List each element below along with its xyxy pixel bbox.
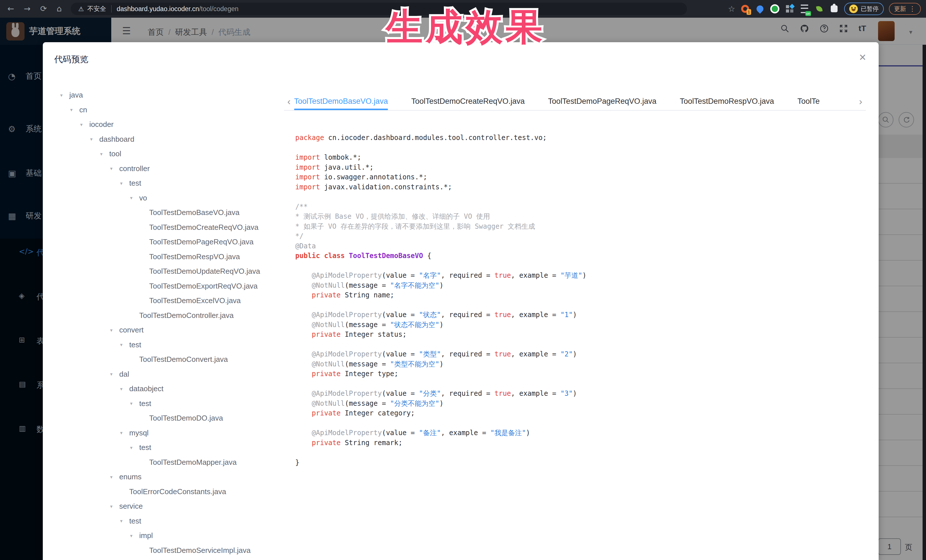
bookmark-star-icon[interactable]: ☆ <box>728 4 735 14</box>
tree-file[interactable]: ▾ToolTestDemoCreateReqVO.java <box>56 220 284 235</box>
close-icon[interactable]: × <box>859 51 866 63</box>
code-line: @Data <box>295 241 587 251</box>
tree-file[interactable]: ▾ToolTestDemoPageReqVO.java <box>56 235 284 249</box>
extension-grid-icon[interactable] <box>785 4 794 14</box>
tree-folder[interactable]: ▾enums <box>56 469 284 485</box>
modal-title: 代码预览 <box>54 54 88 65</box>
tree-file[interactable]: ▾ToolTestDemoConvert.java <box>56 352 284 367</box>
code-line: @ApiModelProperty(value = "名字", required… <box>295 270 587 281</box>
tree-folder[interactable]: ▾controller <box>56 162 284 176</box>
tree-folder[interactable]: ▾iocoder <box>56 117 284 132</box>
url-divider <box>111 5 112 12</box>
tree-folder[interactable]: ▾java <box>56 88 284 103</box>
tree-node-label: mysql <box>129 429 148 438</box>
tree-folder[interactable]: ▾test <box>56 396 284 411</box>
tree-node-label: impl <box>139 531 153 540</box>
tree-node-label: test <box>129 179 141 188</box>
tree-file[interactable]: ▾ToolTestDemoBaseVO.java <box>56 205 284 220</box>
tree-file[interactable]: ▾ToolErrorCodeConstants.java <box>56 485 284 499</box>
tree-folder[interactable]: ▾tool <box>56 146 284 162</box>
tree-folder[interactable]: ▾test <box>56 176 284 191</box>
tree-node-label: ToolTestDemoDO.java <box>149 414 223 423</box>
code-line: import javax.validation.constraints.*; <box>295 182 587 192</box>
tab-file[interactable]: ToolTestDemoRespVO.java <box>680 92 774 110</box>
tree-folder[interactable]: ▾dataobject <box>56 382 284 396</box>
tree-folder[interactable]: ▾dal <box>56 367 284 382</box>
tree-file[interactable]: ▾ToolTestDemoServiceImpl.java <box>56 543 284 558</box>
code-line <box>295 143 587 153</box>
extension-orange-icon[interactable]: 1 <box>740 4 750 14</box>
drop-icon <box>755 4 765 14</box>
tabs-next-icon[interactable]: › <box>856 96 866 107</box>
tabs-prev-icon[interactable]: ‹ <box>284 96 294 107</box>
code-preview-modal: 代码预览 × ▾java▾cn▾iocoder▾dashboard▾tool▾c… <box>43 42 879 560</box>
caret-down-icon: ▾ <box>120 518 127 524</box>
extension-green-icon[interactable] <box>770 4 780 14</box>
code-line: @NotNull(message = "类型不能为空") <box>295 359 587 369</box>
code-line: @NotNull(message = "分类不能为空") <box>295 398 587 409</box>
caret-down-icon: ▾ <box>100 151 107 157</box>
tree-folder[interactable]: ▾cn <box>56 103 284 118</box>
code-line: } <box>295 457 587 468</box>
tree-folder[interactable]: ▾dashboard <box>56 132 284 147</box>
tree-file[interactable]: ▾ToolTestDemoExportReqVO.java <box>56 279 284 294</box>
code-line: @ApiModelProperty(value = "类型", required… <box>295 349 587 359</box>
tree-node-label: test <box>139 443 151 452</box>
tree-node-label: dashboard <box>99 135 135 144</box>
tree-node-label: test <box>129 517 141 525</box>
tree-node-label: ToolTestDemoExcelVO.java <box>149 296 241 305</box>
caret-down-icon: ▾ <box>70 107 77 113</box>
caret-down-icon: ▾ <box>60 92 68 98</box>
tree-node-label: ToolTestDemoConvert.java <box>139 355 228 364</box>
tab-file[interactable]: ToolTestDemoCreateReqVO.java <box>412 92 525 110</box>
url-host: dashboard.yudao.iocoder.cn <box>117 5 199 13</box>
tree-folder[interactable]: ▾impl <box>56 528 284 543</box>
tree-folder[interactable]: ▾mysql <box>56 426 284 441</box>
tree-folder[interactable]: ▾test <box>56 440 284 455</box>
tree-folder[interactable]: ▾test <box>56 338 284 352</box>
paused-pill[interactable]: 已暂停 <box>844 3 884 15</box>
tree-node-label: iocoder <box>89 120 113 129</box>
tab-file[interactable]: ToolTestDemoPageReqVO.java <box>548 92 657 110</box>
extension-sprout-icon[interactable] <box>814 4 824 14</box>
extension-list-icon[interactable]: on <box>800 4 809 14</box>
forward-icon[interactable]: → <box>24 0 30 18</box>
address-bar[interactable]: ⚠ 不安全 dashboard.yudao.iocoder.cn /tool/c… <box>71 3 687 15</box>
tab-file[interactable]: ToolTestDemoBaseVO.java <box>294 92 388 110</box>
tree-folder[interactable]: ▾convert <box>56 323 284 338</box>
security-label[interactable]: 不安全 <box>87 5 106 13</box>
tree-node-label: ToolTestDemoExportReqVO.java <box>149 282 257 291</box>
caret-down-icon: ▾ <box>120 430 127 436</box>
code-line: private Integer status; <box>295 330 587 340</box>
tree-folder[interactable]: ▾vo <box>56 191 284 205</box>
code-line: @NotNull(message = "状态不能为空") <box>295 320 587 330</box>
update-button[interactable]: 更新 ⋮ <box>889 3 921 15</box>
code-line: package cn.iocoder.dashboard.modules.too… <box>295 133 587 143</box>
tree-file[interactable]: ▾ToolTestDemoDO.java <box>56 411 284 426</box>
tree-folder[interactable]: ▾test <box>56 514 284 528</box>
code-line: /** <box>295 202 587 212</box>
reload-icon[interactable]: ⟳ <box>40 0 47 18</box>
code-line: @NotNull(message = "名字不能为空") <box>295 281 587 291</box>
extensions-puzzle-icon[interactable] <box>829 4 839 14</box>
caret-down-icon: ▾ <box>110 504 118 509</box>
caret-down-icon: ▾ <box>90 136 98 142</box>
code-line: * 如果子 VO 存在差异的字段，请不要添加到这里，影响 Swagger 文档生… <box>295 222 587 231</box>
tree-file[interactable]: ▾ToolTestDemoController.java <box>56 308 284 323</box>
tree-file[interactable]: ▾ToolTestDemoRespVO.java <box>56 249 284 264</box>
tree-file[interactable]: ▾ToolTestDemoExcelVO.java <box>56 293 284 308</box>
back-icon[interactable]: ← <box>8 0 14 18</box>
code-view[interactable]: package cn.iocoder.dashboard.modules.too… <box>295 133 587 467</box>
tree-folder[interactable]: ▾service <box>56 499 284 514</box>
extension-drop-icon[interactable] <box>755 4 765 14</box>
tree-file[interactable]: ▾ToolTestDemoMapper.java <box>56 455 284 470</box>
tree-file[interactable]: ▾ToolTestDemoUpdateReqVO.java <box>56 264 284 279</box>
tree-node-label: dal <box>119 370 129 379</box>
kebab-menu-icon[interactable]: ⋮ <box>909 5 916 13</box>
home-icon[interactable]: ⌂ <box>56 0 62 18</box>
code-line <box>295 418 587 428</box>
caret-down-icon: ▾ <box>120 342 127 347</box>
tab-file[interactable]: ToolTe <box>797 92 820 110</box>
code-line: import java.util.*; <box>295 163 587 172</box>
code-line: */ <box>295 231 587 241</box>
